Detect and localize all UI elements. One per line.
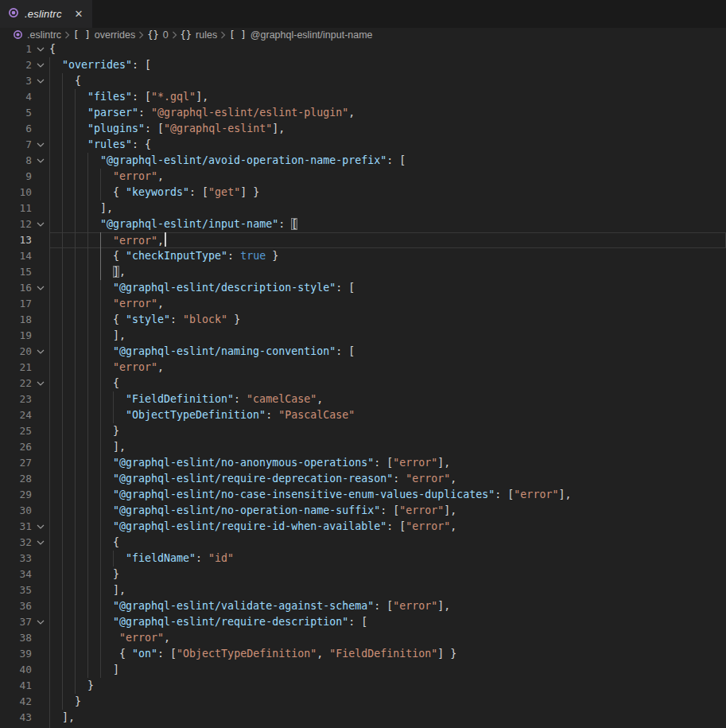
code-line-text[interactable]: "parser": "@graphql-eslint/eslint-plugin…	[49, 105, 726, 121]
breadcrumb-item--eslintrc[interactable]: .eslintrc	[13, 29, 61, 41]
code-line-text[interactable]: "error",	[49, 232, 726, 248]
tab-eslintrc[interactable]: .eslintrc ✕	[0, 0, 92, 28]
code-line-text[interactable]: ],	[49, 264, 726, 280]
gutter[interactable]: 38	[0, 630, 49, 646]
code-line[interactable]: 11],	[0, 200, 726, 216]
gutter[interactable]: 30	[0, 503, 49, 519]
gutter[interactable]: 7	[0, 137, 49, 153]
code-line-text[interactable]: { "style": "block" }	[49, 312, 726, 328]
gutter[interactable]: 24	[0, 407, 49, 423]
fold-chevron-down-icon[interactable]	[32, 519, 49, 535]
gutter[interactable]: 33	[0, 551, 49, 566]
code-line[interactable]: 41}	[0, 678, 726, 694]
code-line[interactable]: 23"FieldDefinition": "camelCase",	[0, 391, 726, 407]
code-line[interactable]: 30"@graphql-eslint/no-operation-name-suf…	[0, 503, 726, 519]
code-line-text[interactable]: "@graphql-eslint/no-anonymous-operations…	[49, 455, 726, 471]
code-line[interactable]: 7"rules": {	[0, 137, 726, 153]
code-line[interactable]: 33"fieldName": "id"	[0, 551, 726, 566]
fold-chevron-down-icon[interactable]	[32, 57, 49, 73]
gutter[interactable]: 27	[0, 455, 49, 471]
fold-chevron-down-icon[interactable]	[32, 280, 49, 296]
gutter[interactable]: 14	[0, 248, 49, 264]
gutter[interactable]: 18	[0, 312, 49, 328]
code-line-text[interactable]: {	[49, 41, 726, 57]
code-line[interactable]: 3{	[0, 73, 726, 89]
fold-chevron-down-icon[interactable]	[32, 216, 49, 232]
code-line[interactable]: 14{ "checkInputType": true }	[0, 248, 726, 264]
code-line-text[interactable]: ],	[49, 439, 726, 455]
code-line-text[interactable]: "@graphql-eslint/description-style": [	[49, 280, 726, 296]
code-line[interactable]: 37"@graphql-eslint/require-description":…	[0, 614, 726, 630]
gutter[interactable]: 31	[0, 519, 49, 535]
code-editor[interactable]: 1{2"overrides": [3{4"files": ["*.gql"],5…	[0, 41, 726, 728]
code-line[interactable]: 43],	[0, 710, 726, 726]
code-line-text[interactable]: {	[49, 73, 726, 89]
gutter[interactable]: 1	[0, 41, 49, 57]
code-line[interactable]: 24"ObjectTypeDefinition": "PascalCase"	[0, 407, 726, 423]
gutter[interactable]: 19	[0, 328, 49, 344]
code-line[interactable]: 29"@graphql-eslint/no-case-insensitive-e…	[0, 487, 726, 503]
gutter[interactable]: 36	[0, 598, 49, 614]
code-line[interactable]: 2"overrides": [	[0, 57, 726, 73]
code-line-text[interactable]: "@graphql-eslint/input-name": [	[49, 216, 726, 232]
code-line-text[interactable]: ]	[49, 662, 726, 678]
code-line-text[interactable]: }	[49, 678, 726, 694]
code-line-text[interactable]: "error",	[49, 169, 726, 185]
code-line[interactable]: 27"@graphql-eslint/no-anonymous-operatio…	[0, 455, 726, 471]
code-line-text[interactable]: "ObjectTypeDefinition": "PascalCase"	[49, 407, 726, 423]
code-line[interactable]: 15],	[0, 264, 726, 280]
code-line-text[interactable]: }	[49, 694, 726, 710]
gutter[interactable]: 23	[0, 391, 49, 407]
gutter[interactable]: 41	[0, 678, 49, 694]
gutter[interactable]: 6	[0, 121, 49, 137]
code-line-text[interactable]: "plugins": ["@graphql-eslint"],	[49, 121, 726, 137]
code-line-text[interactable]: "overrides": [	[49, 57, 726, 73]
code-line[interactable]: 26],	[0, 439, 726, 455]
code-line-text[interactable]: ],	[49, 582, 726, 598]
code-line[interactable]: 39{ "on": ["ObjectTypeDefinition", "Fiel…	[0, 646, 726, 662]
code-line[interactable]: 12"@graphql-eslint/input-name": [	[0, 216, 726, 232]
code-line-text[interactable]: "@graphql-eslint/validate-against-schema…	[49, 598, 726, 614]
code-line[interactable]: 25}	[0, 423, 726, 439]
gutter[interactable]: 3	[0, 73, 49, 89]
code-line-text[interactable]: {	[49, 535, 726, 551]
code-line[interactable]: 9"error",	[0, 169, 726, 185]
gutter[interactable]: 5	[0, 105, 49, 121]
gutter[interactable]: 4	[0, 89, 49, 105]
code-line[interactable]: 13"error",	[0, 232, 726, 248]
code-line[interactable]: 40]	[0, 662, 726, 678]
fold-chevron-down-icon[interactable]	[32, 153, 49, 169]
code-line-text[interactable]: "rules": {	[49, 137, 726, 153]
gutter[interactable]: 2	[0, 57, 49, 73]
fold-chevron-down-icon[interactable]	[32, 41, 49, 57]
code-line[interactable]: 10{ "keywords": ["get"] }	[0, 185, 726, 200]
gutter[interactable]: 11	[0, 200, 49, 216]
gutter[interactable]: 42	[0, 694, 49, 710]
code-line[interactable]: 6"plugins": ["@graphql-eslint"],	[0, 121, 726, 137]
code-line-text[interactable]: { "checkInputType": true }	[49, 248, 726, 264]
code-line[interactable]: 34}	[0, 566, 726, 582]
gutter[interactable]: 15	[0, 264, 49, 280]
code-line-text[interactable]: ],	[49, 328, 726, 344]
code-line-text[interactable]: "error",	[49, 296, 726, 312]
gutter[interactable]: 22	[0, 376, 49, 391]
gutter[interactable]: 34	[0, 566, 49, 582]
code-line[interactable]: 42}	[0, 694, 726, 710]
fold-chevron-down-icon[interactable]	[32, 376, 49, 391]
code-line-text[interactable]: "@graphql-eslint/require-description": [	[49, 614, 726, 630]
gutter[interactable]: 8	[0, 153, 49, 169]
code-line[interactable]: 32{	[0, 535, 726, 551]
gutter[interactable]: 35	[0, 582, 49, 598]
code-line-text[interactable]: "@graphql-eslint/no-operation-name-suffi…	[49, 503, 726, 519]
code-line-text[interactable]: "files": ["*.gql"],	[49, 89, 726, 105]
code-line[interactable]: 18{ "style": "block" }	[0, 312, 726, 328]
gutter[interactable]: 25	[0, 423, 49, 439]
breadcrumb-item-overrides[interactable]: [ ]overrides	[73, 29, 135, 41]
gutter[interactable]: 39	[0, 646, 49, 662]
breadcrumb-item--graphql-eslint-input-name[interactable]: [ ]@graphql-eslint/input-name	[229, 29, 372, 41]
gutter[interactable]: 9	[0, 169, 49, 185]
code-line-text[interactable]: "@graphql-eslint/naming-convention": [	[49, 344, 726, 360]
code-line-text[interactable]: "@graphql-eslint/avoid-operation-name-pr…	[49, 153, 726, 169]
code-line-text[interactable]: }	[49, 423, 726, 439]
code-line-text[interactable]: {	[49, 376, 726, 391]
